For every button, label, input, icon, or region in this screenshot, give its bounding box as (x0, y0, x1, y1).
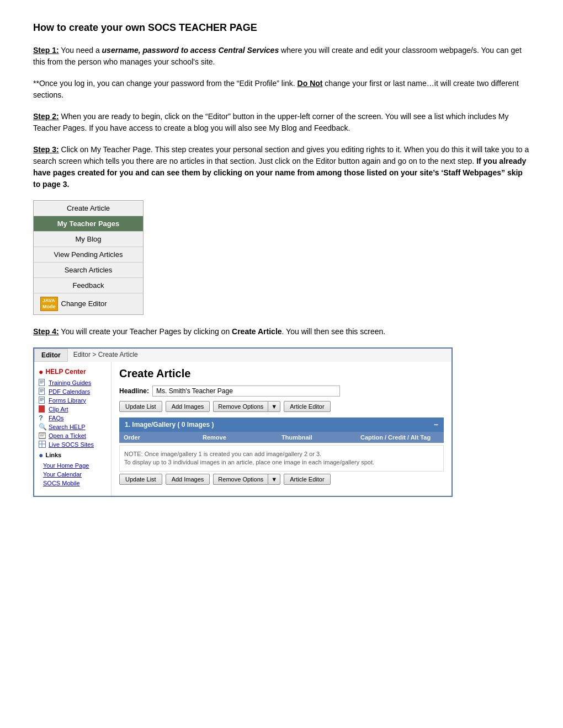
menu-change-editor[interactable]: JAVAMode Change Editor (34, 293, 143, 314)
do-not-label: Do Not (298, 79, 323, 88)
headline-label: Headline: (119, 387, 149, 395)
sidebar-forms-library[interactable]: Forms Library (34, 396, 111, 405)
step3-label: Step 3: (33, 145, 59, 154)
gallery-note2: To display up to 3 individual images in … (124, 459, 374, 465)
cms-breadcrumb: Editor > Create Article (68, 349, 144, 362)
cms-screenshot: Editor Editor > Create Article ● HELP Ce… (33, 347, 453, 497)
sidebar-pdf-calendars[interactable]: PDF Calendars (34, 387, 111, 396)
menu-widget: Create Article My Teacher Pages My Blog … (33, 200, 144, 315)
gallery-bar: 1. Image/Gallery ( 0 Images ) − (119, 417, 444, 432)
cms-top-buttons: Update List Add Images Remove Options ▼ … (119, 401, 444, 412)
forms-library-link[interactable]: Forms Library (49, 397, 86, 404)
svg-rect-12 (40, 398, 44, 399)
search-icon: 🔍 (39, 424, 46, 430)
cms-sidebar: ● HELP Center Training Guides PDF Calend… (34, 362, 111, 496)
socs-mobile-link[interactable]: SOCS Mobile (43, 480, 80, 486)
cms-body: ● HELP Center Training Guides PDF Calend… (34, 362, 452, 496)
help-label: HELP Center (45, 368, 86, 376)
remove-options-dropdown-2[interactable]: Remove Options ▼ (213, 474, 280, 485)
remove-options-dropdown[interactable]: Remove Options ▼ (213, 401, 280, 412)
ticket-icon (39, 432, 46, 439)
sidebar-live-socs[interactable]: Live SOCS Sites (34, 440, 111, 449)
globe-icon (39, 441, 46, 448)
svg-rect-18 (40, 435, 45, 435)
step1-text1: You need a (61, 46, 102, 55)
live-socs-link[interactable]: Live SOCS Sites (49, 441, 94, 448)
doc-icon (39, 379, 46, 386)
sidebar-training-guides[interactable]: Training Guides (34, 378, 111, 387)
cms-editor-label: Editor (34, 349, 68, 362)
sidebar-open-ticket[interactable]: Open a Ticket (34, 431, 111, 440)
svg-rect-8 (40, 390, 44, 391)
svg-rect-6 (39, 388, 44, 394)
add-images-button-2[interactable]: Add Images (166, 474, 210, 485)
menu-my-teacher-pages[interactable]: My Teacher Pages (34, 216, 143, 232)
sidebar-search-help[interactable]: 🔍 Search HELP (34, 422, 111, 431)
svg-rect-14 (40, 400, 43, 401)
cms-main: Create Article Headline: Update List Add… (111, 362, 452, 496)
remove-options-button-2[interactable]: Remove Options (213, 474, 268, 485)
search-help-link[interactable]: Search HELP (49, 424, 86, 430)
menu-create-article[interactable]: Create Article (34, 201, 143, 216)
links-label-text: Links (45, 452, 61, 458)
menu-search-articles[interactable]: Search Articles (34, 263, 143, 278)
step2-label: Step 2: (33, 112, 59, 121)
sidebar-your-calendar[interactable]: Your Calendar (34, 470, 111, 479)
remove-options-arrow[interactable]: ▼ (268, 401, 280, 412)
svg-rect-9 (40, 392, 43, 392)
sidebar-your-home-page[interactable]: Your Home Page (34, 461, 111, 470)
col-caption: Caption / Credit / Alt Tag (360, 434, 439, 441)
remove-options-button[interactable]: Remove Options (213, 401, 268, 412)
col-order: Order (124, 434, 203, 441)
svg-rect-4 (40, 383, 43, 383)
svg-rect-19 (40, 436, 44, 436)
gallery-note1: NOTE: Once image/gallery 1 is created yo… (124, 451, 321, 457)
sidebar-faqs[interactable]: ? FAQs (34, 414, 111, 422)
update-list-button-2[interactable]: Update List (119, 474, 162, 485)
step2-block: Step 2: When you are ready to begin, cli… (33, 111, 530, 134)
step1-bold-italic: username, password to access Central Ser… (102, 46, 279, 55)
step4-text2: . You will then see this screen. (282, 327, 386, 336)
gallery-collapse-button[interactable]: − (434, 420, 438, 429)
doc-icon-3 (39, 397, 46, 404)
training-guides-link[interactable]: Training Guides (49, 379, 91, 386)
menu-my-blog[interactable]: My Blog (34, 232, 143, 247)
menu-feedback[interactable]: Feedback (34, 278, 143, 293)
your-home-page-link[interactable]: Your Home Page (43, 462, 89, 469)
clip-art-link[interactable]: Clip Art (49, 406, 68, 413)
step1-note: **Once you log in, you can change your p… (33, 79, 298, 88)
step2-text: When you are ready to begin, click on th… (33, 112, 508, 132)
gallery-title: 1. Image/Gallery ( 0 Images ) (125, 421, 214, 429)
svg-rect-13 (40, 399, 44, 400)
update-list-button[interactable]: Update List (119, 401, 162, 412)
svg-rect-2 (40, 381, 44, 381)
article-editor-button[interactable]: Article Editor (284, 401, 330, 412)
sidebar-clip-art[interactable]: Clip Art (34, 405, 111, 414)
step1-note-block: **Once you log in, you can change your p… (33, 78, 530, 101)
faqs-link[interactable]: FAQs (49, 415, 64, 421)
svg-rect-15 (39, 405, 45, 413)
cms-bottom-buttons: Update List Add Images Remove Options ▼ … (119, 474, 444, 485)
breadcrumb-editor[interactable]: Editor (73, 351, 91, 358)
svg-rect-3 (40, 382, 44, 382)
cms-help-center: ● HELP Center (34, 365, 111, 378)
article-editor-button-2[interactable]: Article Editor (284, 474, 330, 485)
step3-text1: Click on My Teacher Page. This step crea… (33, 145, 529, 165)
remove-options-arrow-2[interactable]: ▼ (268, 474, 280, 485)
svg-rect-7 (40, 389, 44, 390)
red-icon (39, 406, 46, 413)
your-calendar-link[interactable]: Your Calendar (43, 471, 82, 478)
menu-view-pending[interactable]: View Pending Articles (34, 247, 143, 263)
pdf-calendars-link[interactable]: PDF Calendars (49, 388, 90, 395)
java-badge: JAVAMode (40, 297, 58, 311)
col-thumbnail: Thumbnail (282, 434, 360, 441)
gallery-note: NOTE: Once image/gallery 1 is created yo… (119, 445, 444, 472)
sidebar-socs-mobile[interactable]: SOCS Mobile (34, 479, 111, 488)
create-article-title: Create Article (119, 367, 444, 380)
headline-input[interactable] (152, 386, 340, 397)
help-bullet: ● (39, 367, 43, 376)
doc-icon-2 (39, 388, 46, 395)
headline-row: Headline: (119, 386, 444, 397)
add-images-button[interactable]: Add Images (166, 401, 210, 412)
open-ticket-link[interactable]: Open a Ticket (49, 432, 86, 439)
